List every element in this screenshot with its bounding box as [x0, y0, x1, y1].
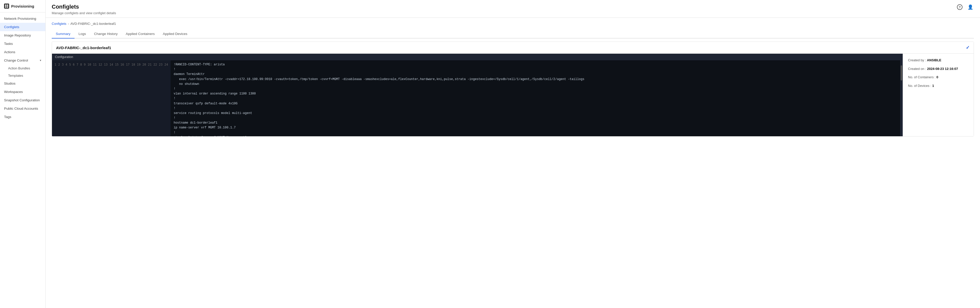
code-pre: !RANCID-CONTENT-TYPE: arista ! daemon Te… [170, 60, 900, 136]
page-title: Configlets [52, 3, 116, 10]
sidebar-item-label: Templates [8, 74, 23, 78]
sidebar-nav: Network Provisioning Configlets Image Re… [0, 13, 45, 308]
code-lines[interactable]: !RANCID-CONTENT-TYPE: arista ! daemon Te… [170, 60, 900, 136]
scrollbar-thumb [900, 65, 902, 81]
page-header: Configlets Manage configlets and view co… [46, 0, 980, 18]
logo-icon [4, 3, 9, 9]
sidebar-title: Provisioning [11, 4, 34, 8]
sidebar-logo: Provisioning [0, 0, 45, 13]
tabs-container: Summary Logs Change History Applied Cont… [52, 30, 974, 38]
card-header: AVD-FABRIC-_dc1-borderleaf1 ✓ [52, 42, 974, 54]
line-numbers: 1 2 3 4 5 6 7 8 9 10 11 12 13 14 15 16 1… [52, 60, 170, 136]
sidebar-item-studios[interactable]: Studios [0, 79, 45, 87]
user-menu-button[interactable]: 👤 [967, 3, 974, 11]
sidebar-item-label: Actions [4, 50, 15, 54]
sidebar-item-change-control[interactable]: Change Control ▾ [0, 56, 45, 65]
card-body: Configuration 1 2 3 4 5 6 7 8 9 10 11 12… [52, 54, 974, 136]
breadcrumb-current: AVD-FABRIC-_dc1-borderleaf1 [70, 22, 116, 25]
sidebar-item-action-bundles[interactable]: Action Bundles [0, 65, 45, 72]
user-icon: 👤 [967, 4, 973, 10]
sidebar-item-templates[interactable]: Templates [0, 72, 45, 79]
sidebar-item-label: Workspaces [4, 90, 23, 94]
tab-applied-containers[interactable]: Applied Containers [122, 30, 159, 38]
help-button[interactable]: ? [956, 3, 963, 11]
header-left: Configlets Manage configlets and view co… [52, 3, 116, 15]
sidebar-item-image-repository[interactable]: Image Repository [0, 31, 45, 40]
svg-rect-3 [7, 6, 8, 8]
main-content: Configlets Manage configlets and view co… [46, 0, 980, 308]
meta-devices: No. of Devices : 1 [908, 83, 969, 88]
config-header: Configuration [52, 54, 903, 60]
sidebar: Provisioning Network Provisioning Config… [0, 0, 46, 308]
config-block: Configuration 1 2 3 4 5 6 7 8 9 10 11 12… [52, 54, 903, 136]
sidebar-item-tags[interactable]: Tags [0, 113, 45, 121]
meta-created-by: Created by : ANSIBLE [908, 58, 969, 63]
sidebar-item-configlets[interactable]: Configlets [0, 23, 45, 31]
sidebar-item-label: Studios [4, 81, 16, 85]
created-on-value: 2024-08-23 12:16:07 [927, 67, 958, 71]
content-area: Configlets › AVD-FABRIC-_dc1-borderleaf1… [46, 18, 980, 308]
sidebar-item-snapshot-configuration[interactable]: Snapshot Configuration [0, 96, 45, 104]
created-by-value: ANSIBLE [927, 58, 941, 62]
containers-value: 0 [936, 75, 938, 79]
config-content: 1 2 3 4 5 6 7 8 9 10 11 12 13 14 15 16 1… [52, 60, 903, 136]
card-title: AVD-FABRIC-_dc1-borderleaf1 [56, 46, 111, 50]
tab-summary[interactable]: Summary [52, 30, 75, 38]
breadcrumb-separator: › [68, 22, 69, 25]
sidebar-item-label: Action Bundles [8, 67, 30, 70]
sidebar-item-label: Network Provisioning [4, 17, 36, 21]
devices-value: 1 [932, 84, 934, 87]
tab-applied-devices[interactable]: Applied Devices [159, 30, 191, 38]
checkmark-icon: ✓ [966, 45, 970, 51]
breadcrumb: Configlets › AVD-FABRIC-_dc1-borderleaf1 [52, 22, 974, 25]
sidebar-item-label: Tags [4, 115, 11, 119]
sidebar-item-public-cloud-accounts[interactable]: Public Cloud Accounts [0, 104, 45, 113]
page-subtitle: Manage configlets and view configlet det… [52, 11, 116, 15]
created-on-label: Created on : [908, 67, 926, 71]
sidebar-item-label: Configlets [4, 25, 19, 29]
svg-rect-2 [5, 6, 6, 8]
scrollbar-track[interactable] [900, 60, 903, 136]
sidebar-item-label: Public Cloud Accounts [4, 106, 38, 110]
metadata-panel: Created by : ANSIBLE Created on : 2024-0… [903, 54, 974, 136]
sidebar-item-label: Image Repository [4, 33, 31, 37]
svg-rect-0 [5, 5, 6, 6]
tab-change-history[interactable]: Change History [90, 30, 122, 38]
devices-label: No. of Devices : [908, 84, 931, 87]
sidebar-item-workspaces[interactable]: Workspaces [0, 87, 45, 96]
sidebar-item-label: Change Control [4, 59, 28, 62]
meta-created-on: Created on : 2024-08-23 12:16:07 [908, 67, 969, 71]
breadcrumb-link-configlets[interactable]: Configlets [52, 22, 67, 25]
meta-containers: No. of Containers : 0 [908, 75, 969, 80]
sidebar-item-actions[interactable]: Actions [0, 48, 45, 56]
sidebar-item-network-provisioning[interactable]: Network Provisioning [0, 14, 45, 23]
help-icon: ? [957, 4, 963, 10]
sidebar-item-label: Snapshot Configuration [4, 98, 40, 102]
sidebar-item-label: Tasks [4, 42, 13, 46]
svg-rect-1 [7, 5, 8, 6]
configlet-card: AVD-FABRIC-_dc1-borderleaf1 ✓ Configurat… [52, 41, 974, 137]
containers-label: No. of Containers : [908, 75, 935, 79]
created-by-label: Created by : [908, 58, 926, 62]
chevron-down-icon: ▾ [40, 59, 41, 62]
header-right: ? 👤 [956, 3, 974, 11]
tab-logs[interactable]: Logs [75, 30, 90, 38]
sidebar-item-tasks[interactable]: Tasks [0, 40, 45, 48]
